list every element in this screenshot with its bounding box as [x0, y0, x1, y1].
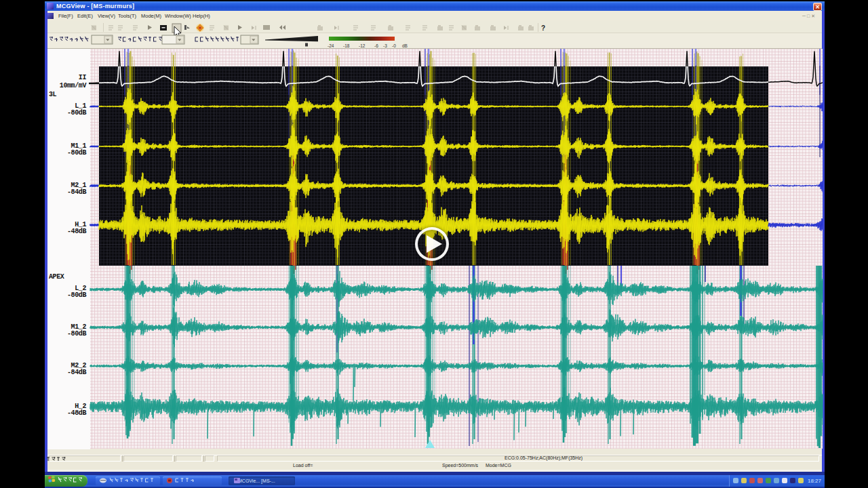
svg-text:?: ? [541, 24, 545, 32]
